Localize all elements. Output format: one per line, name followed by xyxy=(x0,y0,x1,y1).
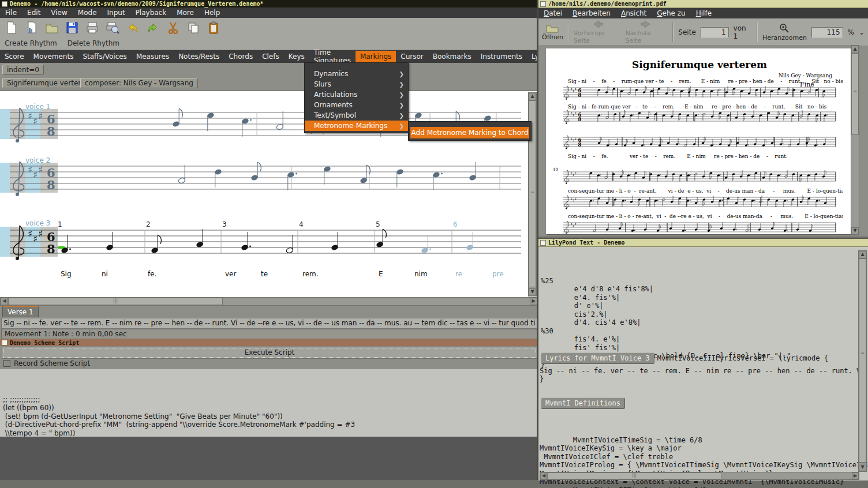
page-label: Seite xyxy=(678,28,695,36)
menu-item[interactable]: Bearbeiten xyxy=(567,8,616,18)
code-line: e'4. fis'%| xyxy=(541,294,858,302)
markings-dropdown-menu: Dynamics❯ Slurs❯ Articulations❯ Ornament… xyxy=(304,62,409,133)
lyrics-mode-header: MvmntIVoiceIIILyricsVerseI = \lyricmode … xyxy=(657,354,828,362)
code-line: fis' fis'%| xyxy=(541,344,858,352)
scheme-script-titlebar[interactable]: Denemo Scheme Script xyxy=(0,339,541,346)
markings-menu-item[interactable]: Slurs❯ xyxy=(305,79,408,89)
menu-item[interactable]: View xyxy=(46,7,72,18)
menu-item[interactable]: File xyxy=(0,7,22,18)
command-menu-item[interactable]: Score xyxy=(0,51,29,62)
add-metronome-marking-item[interactable]: Add Metronome Marking to Chord xyxy=(410,127,529,138)
markings-menu-item[interactable]: Articulations❯ xyxy=(305,89,408,100)
menu-item[interactable]: Playback xyxy=(130,7,172,18)
redo-icon[interactable] xyxy=(146,21,160,35)
command-menu-item[interactable]: Cursor xyxy=(396,51,428,62)
command-menu-item[interactable]: Movements xyxy=(29,51,78,62)
submenu-arrow-icon: ❯ xyxy=(399,112,404,119)
menu-item[interactable]: Help xyxy=(199,7,225,18)
print-preview-icon[interactable] xyxy=(106,21,119,35)
menu-item[interactable]: Ansicht xyxy=(616,8,652,18)
menu-item[interactable]: More xyxy=(171,7,199,18)
markings-menu-item[interactable]: Dynamics❯ xyxy=(305,69,408,79)
paste-icon[interactable] xyxy=(207,21,220,35)
menu-item[interactable]: Gehe zu xyxy=(652,8,690,18)
pdf-staff-3: ♯♯♯68 xyxy=(562,132,837,152)
lilypond-window: LilyPond Text - Denemo %25 e'4 d'8 e'4 f… xyxy=(538,238,868,481)
lyric-syllable[interactable]: Sig xyxy=(61,270,72,278)
page-number-input[interactable]: 1 xyxy=(701,27,729,37)
lyric-syllable[interactable]: ni xyxy=(102,270,108,278)
markings-menu-item[interactable]: Ornaments❯ xyxy=(305,100,408,110)
toolbar-separator xyxy=(757,22,758,42)
svg-text:♯: ♯ xyxy=(33,233,38,245)
scheme-script-editor[interactable]: ;; ;;;;;;;;;;;;;(let ((bpm 60)) (set! bp… xyxy=(0,369,538,437)
lilypond-titlebar[interactable]: LilyPond Text - Denemo xyxy=(538,239,868,247)
pdf-titlebar[interactable]: /home/nils/.denemo/denemoprint.pdf xyxy=(538,0,868,8)
execute-script-button[interactable]: Execute Script xyxy=(2,347,537,359)
denemo-window: Denemo - /home/nils/wacost-svn/denemo/20… xyxy=(0,0,538,480)
svg-text:♯: ♯ xyxy=(575,171,577,176)
command-menu-item[interactable]: Bookmarks xyxy=(428,51,476,62)
lyrics-voice-3-button[interactable]: Lyrics for MvmntI Voice 3 xyxy=(541,352,654,364)
lilypond-horizontal-scrollbar[interactable]: ◀ ||| ▶ xyxy=(540,472,859,480)
pdf-vertical-scrollbar[interactable]: ▲ ≡ ▼ xyxy=(851,45,859,235)
lilypond-vertical-scrollbar[interactable]: ▲ ≡ ▼ xyxy=(858,250,867,472)
menu-item[interactable]: Edit xyxy=(22,7,46,18)
lyric-syllable[interactable]: fe. xyxy=(148,270,156,278)
copy-icon[interactable] xyxy=(186,21,200,35)
verse-text-input[interactable]: Sig -- ni -- fe. ver -- te -- rem. E -- … xyxy=(1,318,540,329)
lyric-syllable[interactable]: re xyxy=(455,270,462,278)
submenu-arrow-icon: ❯ xyxy=(399,123,404,129)
command-menu-item[interactable]: Markings xyxy=(356,51,396,62)
command-menu-item[interactable]: Staffs/Voices xyxy=(78,51,131,62)
previous-page-button[interactable]: Vorherige Seite xyxy=(574,20,621,44)
command-menu-item[interactable]: Keys xyxy=(284,51,309,62)
lyric-syllable[interactable]: te xyxy=(261,270,268,278)
pdf-document-area[interactable]: Signiferumque verterem Nils Gey - Wargsa… xyxy=(538,45,860,235)
new-file-icon[interactable] xyxy=(5,21,18,35)
score-horizontal-scrollbar[interactable]: ◀ ||| ▶ xyxy=(0,297,538,306)
lyric-syllable[interactable]: rem. xyxy=(302,270,319,278)
command-menu-item[interactable]: Instruments xyxy=(476,51,527,62)
lyric-syllable[interactable]: nim xyxy=(414,270,428,278)
markings-menu-item[interactable]: Text/Symbol❯ xyxy=(305,110,408,121)
denemo-titlebar[interactable]: Denemo - /home/nils/wacost-svn/denemo/20… xyxy=(0,0,538,7)
print-icon[interactable] xyxy=(85,21,99,35)
chevron-down-icon[interactable]: ⌄ xyxy=(859,28,865,36)
command-menu-item[interactable]: Chords xyxy=(224,51,257,62)
rhythm-button[interactable]: Create Rhythm xyxy=(5,39,57,47)
lyrics-code-line[interactable]: Sig -- ni -- fe. ver -- te -- rem. E -- … xyxy=(540,367,863,376)
denemo-window-title: Denemo - /home/nils/wacost-svn/denemo/20… xyxy=(10,1,264,7)
verse-1-tab[interactable]: Verse 1 xyxy=(2,306,39,317)
score-composer-button[interactable]: composer: Nils Gey - Wargsang xyxy=(80,78,198,88)
mvmnt-definitions-button[interactable]: MvmntI Definitions xyxy=(541,397,625,409)
save-icon[interactable] xyxy=(65,21,79,35)
staff-voice-3[interactable]: ♯♯♯68 xyxy=(0,216,522,268)
movement-statusbar: Movement 1: Note : 0 min 0,00 sec xyxy=(1,329,541,339)
lyric-syllable[interactable]: E xyxy=(379,270,383,278)
command-menu-item[interactable]: Measures xyxy=(132,51,174,62)
undo-icon[interactable] xyxy=(126,21,140,35)
metronome-submenu: Add Metronome Marking to Chord xyxy=(408,121,532,141)
menu-item[interactable]: Datei xyxy=(538,8,567,18)
lyric-syllable[interactable]: pre xyxy=(492,270,504,278)
staff-voice-2[interactable]: ♯♯♯68 xyxy=(0,152,522,204)
rhythm-button[interactable]: Delete Rhythm xyxy=(68,39,119,47)
new-wizard-icon[interactable] xyxy=(25,21,39,35)
open-button[interactable]: Öffnen xyxy=(542,24,563,41)
command-menu-item[interactable]: Clefs xyxy=(257,51,284,62)
menu-item[interactable]: Hilfe xyxy=(691,8,717,18)
zoom-in-button[interactable]: Heranzoomen xyxy=(762,23,807,42)
lilypond-code-block-1[interactable]: %25 e'4 d'8 e'4 fis'8%| e'4. fis'%| d' e… xyxy=(541,251,858,369)
markings-menu-item[interactable]: Metronome-Markings❯ xyxy=(305,121,408,131)
menu-item[interactable]: Input xyxy=(102,7,130,18)
command-menu-item[interactable]: Notes/Rests xyxy=(174,51,224,62)
menu-item[interactable]: Mode xyxy=(73,7,102,18)
next-page-button[interactable]: Nächste Seite xyxy=(626,20,668,44)
cut-icon[interactable] xyxy=(166,21,180,35)
record-checkbox[interactable] xyxy=(3,360,10,367)
indent-directive-button[interactable]: indent=0 xyxy=(2,65,44,75)
open-folder-icon[interactable] xyxy=(45,21,59,35)
lyric-syllable[interactable]: ver xyxy=(225,270,236,278)
zoom-value-input[interactable]: 115 xyxy=(811,27,843,37)
